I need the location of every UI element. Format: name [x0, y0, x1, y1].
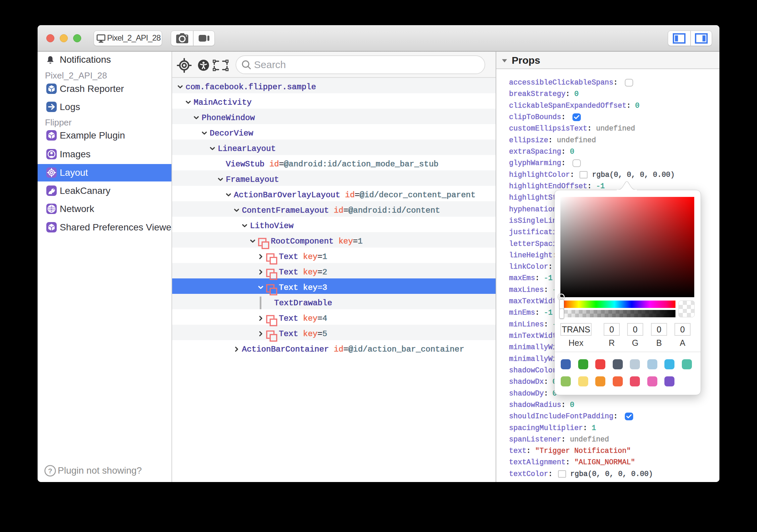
svg-text:?: ?	[48, 467, 52, 475]
